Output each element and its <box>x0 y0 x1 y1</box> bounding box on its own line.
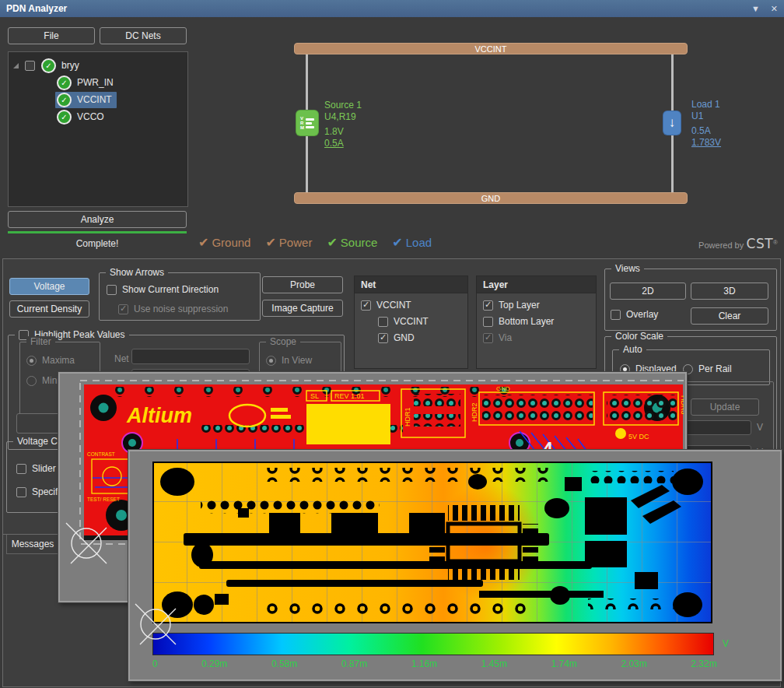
net-item-gnd[interactable]: GND <box>378 332 467 343</box>
in-view-radio[interactable] <box>266 356 276 366</box>
cst-logo: CST <box>747 236 774 251</box>
load-icon[interactable]: ↓ <box>663 111 681 135</box>
top-rail-bus[interactable]: VCCINT <box>294 43 688 54</box>
slider-row[interactable]: Slider <box>16 463 56 474</box>
layer-item-bottom[interactable]: Bottom Layer <box>483 316 596 327</box>
noise-suppression-row: Use noise suppression <box>118 304 228 314</box>
layer-panel: Layer Top Layer Bottom Layer Via <box>476 276 597 369</box>
status-text: Complete! <box>8 238 187 249</box>
legend-load: ✔Load <box>392 235 432 250</box>
voltage-map-image[interactable] <box>152 462 712 623</box>
source-name: Source 1 <box>324 100 362 111</box>
net-panel: Net VCCINT VCCINT GND <box>354 276 468 369</box>
origin-crosshair-icon <box>133 602 178 647</box>
tree-item-label[interactable]: VCCO <box>77 111 104 122</box>
tree-selection-highlight[interactable]: ✓ VCCINT <box>55 92 117 108</box>
in-view-row: In View <box>266 355 312 366</box>
source-info: Source 1 U4,R19 1.8V 0.5A <box>324 100 362 149</box>
legend-source: ✔Source <box>327 235 377 250</box>
specific-checkbox[interactable] <box>16 487 26 497</box>
net-vccint-checkbox[interactable] <box>361 300 371 311</box>
show-arrows-title: Show Arrows <box>106 267 168 278</box>
net-tree: ✓ bryy ✓ PWR_IN ✓ VCCINT ✓ VCCO <box>8 51 188 207</box>
net-gnd-checkbox[interactable] <box>378 333 388 343</box>
five-v-label: 5V DC <box>628 433 649 441</box>
via-checkbox[interactable] <box>483 333 493 343</box>
layer-panel-header: Layer <box>477 276 596 293</box>
maxima-radio[interactable] <box>26 356 37 366</box>
view-2d-button[interactable]: 2D <box>610 283 686 300</box>
legend-power: ✔Power <box>265 235 312 250</box>
auto-title: Auto <box>619 344 646 355</box>
specific-row[interactable]: Specifi <box>16 486 60 497</box>
tree-item-label[interactable]: PWR_IN <box>77 77 114 88</box>
check-icon: ✔ <box>265 236 275 249</box>
messages-tab[interactable]: Messages <box>6 535 59 554</box>
show-current-direction-row[interactable]: Show Current Direction <box>107 284 219 295</box>
load-name: Load 1 <box>691 99 721 111</box>
net-item-vccint[interactable]: VCCINT <box>361 300 467 311</box>
progress-bar <box>8 231 187 233</box>
color-scale-bar <box>152 633 714 655</box>
highlight-net-field[interactable] <box>131 349 250 364</box>
hdr1-label: HDR1 <box>404 407 411 426</box>
view-3d-button[interactable]: 3D <box>691 283 768 300</box>
load-voltage[interactable]: 1.783V <box>691 137 721 149</box>
tree-item-label[interactable]: VCCINT <box>77 94 112 105</box>
scale-max-unit: V <box>757 422 763 433</box>
tree-root-label[interactable]: bryy <box>61 60 79 71</box>
check-icon: ✔ <box>392 236 402 249</box>
maxima-row: Maxima <box>26 355 75 366</box>
check-icon: ✔ <box>327 236 337 249</box>
voltage-button[interactable]: Voltage <box>9 278 89 295</box>
overlay-checkbox[interactable] <box>611 310 621 320</box>
show-arrows-group: Show Arrows Show Current Direction Use n… <box>99 272 261 321</box>
views-title: Views <box>611 263 644 274</box>
vrm-source-icon[interactable]: VRM <box>296 111 318 135</box>
tree-row-root[interactable]: ✓ bryy <box>9 57 187 74</box>
overlay-row[interactable]: Overlay <box>611 309 658 320</box>
clear-button[interactable]: Clear <box>691 307 768 325</box>
net-item-vccint-child[interactable]: VCCINT <box>378 316 467 327</box>
menu-chevron-icon[interactable]: ▼ <box>751 4 760 13</box>
file-button[interactable]: File <box>8 27 95 44</box>
noise-suppression-checkbox[interactable] <box>118 304 128 314</box>
tree-expander-icon[interactable] <box>13 63 19 68</box>
scope-title: Scope <box>266 336 300 347</box>
image-capture-button[interactable]: Image Capture <box>262 300 343 317</box>
net-vccint-child-checkbox[interactable] <box>378 317 388 327</box>
color-scale-labels: 0 0.29m 0.58m 0.87m 1.16m 1.45m 1.74m 2.… <box>152 658 717 669</box>
pcb-window-voltage-map[interactable]: V 0 0.29m 0.58m 0.87m 1.16m 1.45m 1.74m … <box>128 450 782 681</box>
bottom-layer-checkbox[interactable] <box>483 317 493 327</box>
layer-item-via: Via <box>483 332 596 343</box>
net-panel-header: Net <box>355 276 467 293</box>
dc-nets-button[interactable]: DC Nets <box>100 27 187 44</box>
layer-item-top[interactable]: Top Layer <box>483 300 596 311</box>
minima-radio[interactable] <box>26 376 37 386</box>
bottom-rail-bus[interactable]: GND <box>294 192 688 204</box>
top-layer-checkbox[interactable] <box>483 300 493 311</box>
current-density-button[interactable]: Current Density <box>9 300 89 318</box>
window-title: PDN Analyzer <box>6 3 740 14</box>
probe-button[interactable]: Probe <box>262 276 343 293</box>
window-titlebar: PDN Analyzer ▼ ✕ <box>0 0 784 17</box>
update-button[interactable]: Update <box>691 398 759 416</box>
show-current-direction-checkbox[interactable] <box>107 285 117 295</box>
tree-root-checkbox[interactable] <box>25 61 35 71</box>
legend-ground: ✔Ground <box>198 235 250 250</box>
slider-checkbox[interactable] <box>16 464 26 474</box>
per-rail-row[interactable]: Per Rail <box>683 363 732 374</box>
analyze-button[interactable]: Analyze <box>8 211 187 228</box>
tree-row-vcco[interactable]: ✓ VCCO <box>9 108 187 125</box>
color-scale-title: Color Scale <box>611 331 667 342</box>
check-circle-icon: ✓ <box>57 75 72 90</box>
vrm-bars-icon <box>306 118 314 128</box>
close-icon[interactable]: ✕ <box>771 4 778 14</box>
tree-row-vccint-selected[interactable]: ✓ VCCINT <box>9 91 187 108</box>
source-current[interactable]: 0.5A <box>324 138 362 149</box>
net-field-label: Net <box>114 353 129 364</box>
tree-row-pwr-in[interactable]: ✓ PWR_IN <box>9 74 187 91</box>
sl-label: SL <box>310 392 319 400</box>
contrast-label: CONTRAST <box>87 451 115 457</box>
load-designators: U1 <box>691 111 721 122</box>
